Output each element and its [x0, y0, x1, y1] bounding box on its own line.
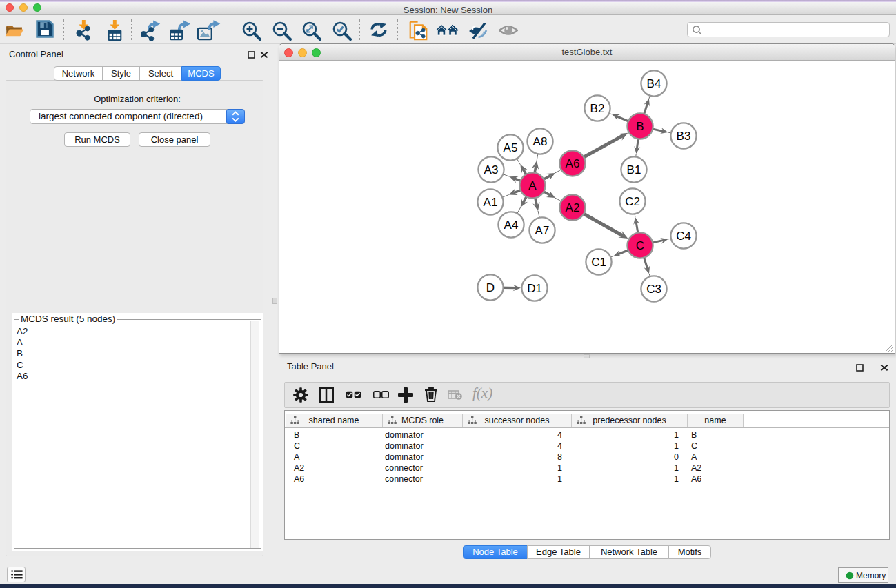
svg-text:B4: B4 [647, 77, 661, 90]
svg-text:C: C [636, 239, 644, 252]
svg-text:C1: C1 [591, 256, 606, 269]
svg-text:A8: A8 [533, 135, 548, 148]
svg-text:C4: C4 [676, 230, 691, 243]
svg-text:A7: A7 [535, 224, 550, 237]
svg-text:A: A [528, 179, 537, 192]
svg-text:A2: A2 [566, 201, 580, 214]
svg-text:A1: A1 [484, 196, 498, 209]
svg-text:A6: A6 [566, 157, 580, 170]
svg-text:C3: C3 [646, 283, 661, 296]
svg-text:B1: B1 [627, 163, 641, 176]
svg-text:B2: B2 [590, 102, 605, 115]
svg-text:A3: A3 [484, 163, 499, 176]
svg-text:B: B [636, 120, 644, 133]
svg-text:B3: B3 [677, 130, 691, 143]
svg-text:D1: D1 [527, 282, 542, 295]
svg-text:A4: A4 [504, 219, 519, 232]
svg-text:D: D [486, 281, 495, 294]
svg-text:A5: A5 [504, 141, 518, 154]
svg-text:C2: C2 [625, 195, 640, 208]
